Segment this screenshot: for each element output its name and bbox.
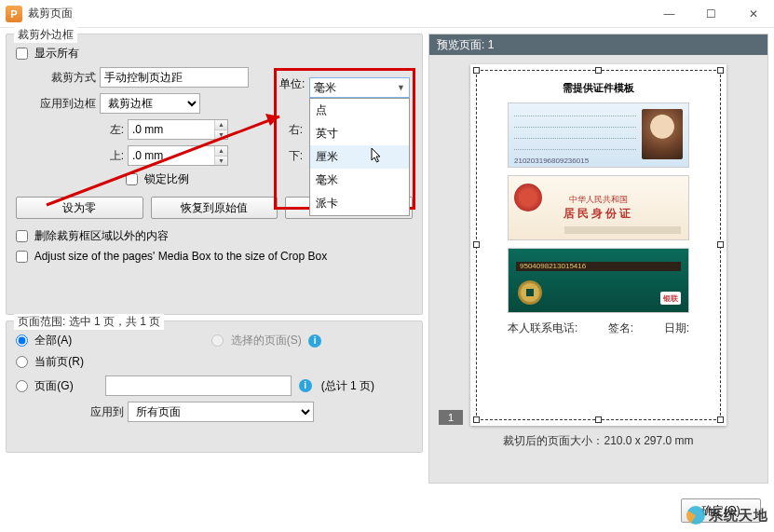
radio-current[interactable] xyxy=(16,356,28,368)
radio-current-label[interactable]: 当前页(R) xyxy=(16,354,84,370)
remove-outside-text: 删除裁剪框区域以外的内容 xyxy=(34,229,169,242)
unit-option-mm[interactable]: 毫米 xyxy=(310,169,409,192)
chevron-down-icon: ▼ xyxy=(397,83,405,92)
watermark: 系统天地 xyxy=(686,506,768,525)
cursor-icon xyxy=(371,147,384,167)
show-all-text: 显示所有 xyxy=(34,47,79,60)
preview-header: 预览页面: 1 xyxy=(429,34,767,55)
radio-current-text: 当前页(R) xyxy=(34,355,84,368)
radio-all-label[interactable]: 全部(A) xyxy=(16,333,72,348)
radio-all-text: 全部(A) xyxy=(34,334,72,347)
info-icon: i xyxy=(299,379,312,392)
spin-down-icon[interactable]: ▼ xyxy=(214,157,227,166)
spin-up-icon[interactable]: ▲ xyxy=(214,120,227,130)
close-button[interactable]: ✕ xyxy=(732,0,774,28)
lock-ratio-checkbox-label[interactable]: 锁定比例 xyxy=(126,171,189,187)
page-range-legend: 页面范围: 选中 1 页，共 1 页 xyxy=(14,314,164,330)
set-zero-button[interactable]: 设为零 xyxy=(16,197,143,219)
radio-pages-text: 页面(G) xyxy=(34,379,73,392)
show-all-checkbox[interactable] xyxy=(16,48,28,60)
apply-to-select[interactable]: 所有页面 xyxy=(128,402,314,422)
top-label: 上: xyxy=(16,148,124,164)
left-label: 左: xyxy=(16,122,124,138)
watermark-text: 系统天地 xyxy=(709,507,768,525)
spin-down-icon[interactable]: ▼ xyxy=(214,130,227,140)
adjust-media-text: Adjust size of the pages' Media Box to t… xyxy=(34,250,327,263)
preview-page[interactable]: 需提供证件模板 210203196809236015 中华人民共和国 居民身份证… xyxy=(470,64,726,426)
radio-selected[interactable] xyxy=(211,334,224,347)
remove-outside-checkbox-label[interactable]: 删除裁剪框区域以外的内容 xyxy=(16,228,169,244)
window-title: 裁剪页面 xyxy=(28,6,73,21)
unit-option-inch[interactable]: 英寸 xyxy=(310,122,409,145)
lock-ratio-text: 锁定比例 xyxy=(144,172,189,185)
crop-method-label: 裁剪方式 xyxy=(16,70,96,86)
radio-pages[interactable] xyxy=(16,380,28,392)
remove-outside-checkbox[interactable] xyxy=(16,230,28,242)
info-icon: i xyxy=(308,334,321,348)
unit-option-point[interactable]: 点 xyxy=(310,99,409,122)
adjust-media-checkbox[interactable] xyxy=(16,251,28,263)
show-all-checkbox-label[interactable]: 显示所有 xyxy=(16,46,79,61)
app-icon: P xyxy=(6,6,22,22)
right-label: 右: xyxy=(232,122,303,138)
lock-ratio-checkbox[interactable] xyxy=(126,173,138,185)
spin-up-icon[interactable]: ▲ xyxy=(214,146,227,157)
unit-dropdown[interactable]: 毫米 ▼ 点 英寸 厘米 毫米 派卡 xyxy=(309,77,410,216)
bottom-label: 下: xyxy=(232,148,303,164)
pages-input[interactable] xyxy=(105,375,292,396)
maximize-button[interactable]: ☐ xyxy=(690,0,732,28)
total-pages-text: (总计 1 页) xyxy=(321,378,374,394)
radio-selected-label[interactable]: 选择的页面(S) i xyxy=(211,333,321,348)
handle-bm[interactable] xyxy=(595,416,602,423)
page-number-tab[interactable]: 1 xyxy=(439,410,463,425)
left-input[interactable] xyxy=(128,119,228,140)
minimize-button[interactable]: — xyxy=(648,0,690,28)
radio-selected-text: 选择的页面(S) xyxy=(231,334,302,347)
handle-br[interactable] xyxy=(717,416,724,423)
handle-tr[interactable] xyxy=(717,67,724,74)
unit-label: 单位: xyxy=(279,76,305,92)
unit-option-cm[interactable]: 厘米 xyxy=(310,145,409,169)
apply-to-label: 应用到 xyxy=(16,404,124,420)
unit-selected: 毫米 xyxy=(314,80,336,96)
handle-bl[interactable] xyxy=(473,416,480,423)
handle-mr[interactable] xyxy=(717,241,724,248)
watermark-icon xyxy=(686,506,705,525)
apply-border-label: 应用到边框 xyxy=(16,96,96,112)
crop-method-input[interactable] xyxy=(100,67,249,88)
id-card-front: 210203196809236015 xyxy=(508,102,689,168)
top-input[interactable] xyxy=(128,145,228,166)
adjust-media-checkbox-label[interactable]: Adjust size of the pages' Media Box to t… xyxy=(16,250,327,263)
radio-pages-label[interactable]: 页面(G) xyxy=(16,378,74,394)
unit-option-pica[interactable]: 派卡 xyxy=(310,192,409,215)
id-card-back: 中华人民共和国 居民身份证 xyxy=(508,175,689,240)
handle-ml[interactable] xyxy=(473,241,480,248)
bank-card: 9504098213015416 银联 xyxy=(508,248,689,313)
crop-size-info: 裁切后的页面大小：210.0 x 297.0 mm xyxy=(503,426,693,453)
radio-all[interactable] xyxy=(16,334,28,347)
handle-tl[interactable] xyxy=(473,67,480,74)
restore-button[interactable]: 恢复到原始值 xyxy=(151,197,278,219)
handle-tm[interactable] xyxy=(595,67,602,74)
apply-border-select[interactable]: 裁剪边框 xyxy=(100,93,200,114)
crop-margin-legend: 裁剪外边框 xyxy=(14,27,77,43)
